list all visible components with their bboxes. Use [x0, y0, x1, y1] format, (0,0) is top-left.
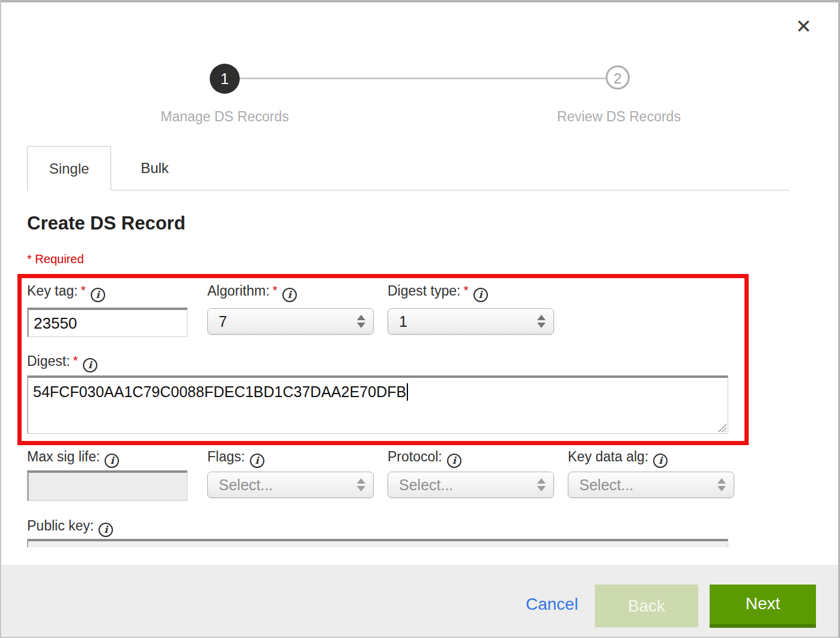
algorithm-select[interactable]: 7: [207, 308, 374, 335]
public-key-textarea[interactable]: [27, 539, 728, 547]
info-icon[interactable]: i: [282, 288, 297, 302]
info-icon[interactable]: i: [250, 454, 264, 468]
tab-bulk[interactable]: Bulk: [111, 146, 198, 190]
info-icon[interactable]: i: [447, 454, 461, 468]
digest-textarea[interactable]: 54FCF030AA1C79C0088FDEC1BD1C37DAA2E70DFB: [27, 375, 728, 434]
protocol-label: Protocol:i: [388, 449, 461, 468]
max-sig-life-label: Max sig life:i: [27, 449, 119, 468]
cancel-link[interactable]: Cancel: [526, 595, 578, 614]
select-spinner-icon: [357, 315, 365, 328]
back-button[interactable]: Back: [595, 585, 698, 627]
digest-type-label: Digest type:*i: [388, 283, 488, 302]
key-tag-label: Key tag:*i: [27, 283, 105, 302]
page-title: Create DS Record: [27, 213, 186, 234]
required-asterisk: *: [273, 283, 278, 297]
select-spinner-icon: [717, 478, 726, 491]
key-data-alg-select[interactable]: Select...: [568, 472, 734, 498]
step-2-label: Review DS Records: [499, 109, 739, 125]
info-icon[interactable]: i: [105, 454, 119, 468]
key-data-alg-label: Key data alg:i: [568, 449, 668, 468]
digest-type-selected-value: 1: [399, 313, 407, 330]
step-1-indicator: 1: [210, 64, 240, 94]
stepper-connector-line: [239, 77, 607, 79]
public-key-label-text: Public key:: [27, 518, 94, 533]
algorithm-selected-value: 7: [219, 313, 227, 330]
algorithm-label-text: Algorithm:: [207, 283, 270, 299]
next-button[interactable]: Next: [710, 585, 816, 628]
text-cursor: [407, 383, 408, 401]
select-spinner-icon: [357, 478, 365, 491]
flags-label: Flags:i: [207, 449, 264, 468]
step-1-label: Manage DS Records: [105, 109, 345, 125]
key-tag-input[interactable]: [27, 308, 187, 337]
protocol-label-text: Protocol:: [388, 449, 442, 464]
info-icon[interactable]: i: [83, 358, 97, 372]
info-icon[interactable]: i: [653, 454, 668, 468]
digest-type-select[interactable]: 1: [388, 308, 554, 335]
flags-label-text: Flags:: [207, 449, 245, 464]
algorithm-label: Algorithm:*i: [207, 283, 297, 302]
create-ds-record-dialog: ✕ 1 2 Manage DS Records Review DS Record…: [0, 0, 840, 638]
key-tag-label-text: Key tag:: [27, 283, 78, 299]
close-icon[interactable]: ✕: [796, 17, 812, 36]
protocol-select[interactable]: Select...: [388, 472, 554, 498]
step-2-indicator: 2: [606, 65, 630, 90]
flags-placeholder: Select...: [219, 476, 273, 493]
info-icon[interactable]: i: [473, 288, 488, 302]
key-data-alg-label-text: Key data alg:: [568, 449, 648, 464]
digest-value: 54FCF030AA1C79C0088FDEC1BD1C37DAA2E70DFB: [33, 383, 406, 400]
tab-single[interactable]: Single: [27, 146, 111, 190]
key-data-alg-placeholder: Select...: [579, 476, 633, 493]
digest-label-text: Digest:: [27, 353, 70, 369]
select-spinner-icon: [537, 315, 546, 328]
flags-select[interactable]: Select...: [207, 472, 374, 498]
max-sig-life-label-text: Max sig life:: [27, 449, 100, 464]
resize-handle[interactable]: [716, 422, 726, 432]
required-asterisk: *: [81, 283, 85, 297]
protocol-placeholder: Select...: [399, 476, 453, 493]
digest-type-label-text: Digest type:: [388, 283, 460, 299]
required-asterisk: *: [463, 283, 468, 297]
max-sig-life-input[interactable]: [27, 470, 187, 501]
required-note: * Required: [27, 252, 84, 266]
digest-label: Digest:*i: [27, 353, 97, 372]
select-spinner-icon: [537, 478, 546, 491]
info-icon[interactable]: i: [99, 523, 113, 537]
info-icon[interactable]: i: [91, 288, 105, 302]
required-asterisk: *: [73, 353, 78, 367]
public-key-label: Public key:i: [27, 518, 113, 537]
